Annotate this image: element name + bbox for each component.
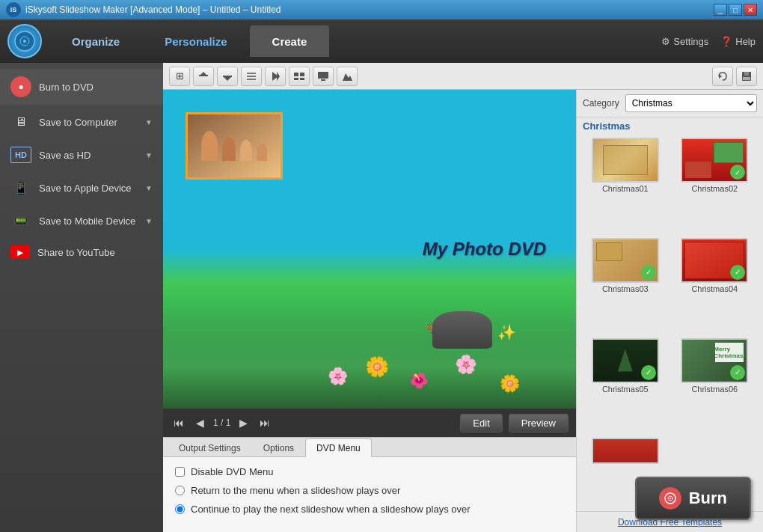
return-menu-radio[interactable]: [175, 486, 185, 495]
svg-point-2: [23, 40, 26, 43]
tab-organize[interactable]: Organize: [49, 25, 142, 57]
toolbar-btn-8[interactable]: [337, 67, 358, 86]
category-label: Category: [583, 98, 619, 108]
template-badge-christmas03: ✓: [641, 265, 656, 280]
toolbar-btn-6[interactable]: [289, 67, 310, 86]
window-title: iSkysoft Slideshow Maker [Advanced Mode]…: [25, 4, 714, 15]
tab-output-settings[interactable]: Output Settings: [168, 438, 252, 457]
template-item-christmas02[interactable]: ✓ Christmas02: [672, 138, 758, 233]
skip-forward-button[interactable]: ⏭: [257, 415, 273, 430]
sidebar-item-save-computer[interactable]: 🖥 Save to Computer ▼: [0, 106, 163, 138]
template-thumb-christmas01: [592, 138, 659, 183]
sidebar-item-burn-dvd[interactable]: ● Burn to DVD: [0, 69, 163, 105]
nav-area: Organize Personalize Create ⚙ Settings ❓…: [0, 19, 763, 63]
arrow-icon-4: ▼: [145, 217, 153, 225]
svg-rect-15: [300, 78, 304, 80]
titlebar: iS iSkysoft Slideshow Maker [Advanced Mo…: [0, 0, 763, 19]
toolbar-right: [712, 67, 757, 86]
sidebar-item-share-youtube[interactable]: ▶ Share to YouTube: [0, 238, 163, 266]
sidebar-item-save-hd[interactable]: HD Save as HD ▼: [0, 139, 163, 171]
svg-rect-21: [743, 77, 750, 80]
toolbar-save-btn[interactable]: [736, 67, 757, 86]
template-item-christmas06[interactable]: MerryChristmas! ✓ Christmas06: [672, 338, 758, 434]
burn-area: Burn: [635, 477, 751, 520]
burn-button[interactable]: Burn: [635, 477, 751, 520]
bottom-tabs: Output Settings Options DVD Menu: [163, 438, 576, 457]
app-logo: [7, 24, 42, 58]
burn-button-icon: [659, 487, 681, 510]
preview-video: 🌸 🌼 🌺 🌸 🌼 🦋: [163, 90, 576, 409]
window-controls: _ □ ✕: [714, 4, 757, 16]
svg-marker-18: [719, 74, 722, 79]
skip-back-button[interactable]: ⏮: [171, 415, 187, 430]
toolbar-undo-btn[interactable]: [712, 67, 733, 86]
preview-ground: 🌸 🌼 🌺 🌸 🌼 🦋: [163, 304, 576, 409]
toolbar-btn-7[interactable]: [313, 67, 334, 86]
template-item-christmas01[interactable]: Christmas01: [583, 138, 668, 233]
template-item-christmas03[interactable]: ✓ Christmas03: [583, 238, 668, 334]
burn-dvd-icon: ●: [10, 76, 31, 97]
toolbar-btn-5[interactable]: [265, 67, 286, 86]
svg-rect-20: [744, 72, 749, 76]
nav-right: ⚙ Settings ❓ Help: [661, 36, 756, 47]
prev-button[interactable]: ◀: [193, 415, 207, 430]
toolbar-btn-1[interactable]: ⊞: [169, 67, 190, 86]
template-label-christmas04: Christmas04: [691, 284, 738, 293]
apple-icon: 📱: [10, 180, 31, 196]
sidebar-item-save-apple[interactable]: 📱 Save to Apple Device ▼: [0, 172, 163, 204]
tab-create[interactable]: Create: [250, 25, 330, 57]
template-badge-christmas06: ✓: [730, 365, 745, 380]
help-button[interactable]: ❓ Help: [720, 36, 756, 47]
template-item-christmas04[interactable]: ✓ Christmas04: [672, 238, 758, 334]
help-icon: ❓: [720, 36, 732, 47]
template-item-christmas05[interactable]: ✓ Christmas05: [583, 338, 668, 434]
svg-point-24: [669, 498, 671, 499]
disable-dvd-menu-checkbox[interactable]: [175, 467, 185, 477]
computer-icon: 🖥: [10, 114, 31, 130]
hd-icon: HD: [10, 147, 31, 163]
template-thumb-christmas04: ✓: [681, 238, 748, 283]
sidebar-item-save-mobile[interactable]: 📟 Save to Mobile Device ▼: [0, 205, 163, 236]
maximize-button[interactable]: □: [729, 4, 742, 16]
template-thumb-christmas07: [592, 438, 659, 464]
mobile-icon: 📟: [10, 213, 31, 229]
preview-button[interactable]: Preview: [509, 414, 569, 432]
content-area: ⊞: [163, 63, 763, 532]
svg-marker-11: [277, 72, 280, 81]
play-button[interactable]: ▶: [236, 415, 251, 430]
flower-5: 🌼: [500, 374, 520, 394]
tab-options[interactable]: Options: [252, 438, 305, 457]
app-logo-small: iS: [6, 2, 21, 17]
toolbar-btn-3[interactable]: [217, 67, 238, 86]
preview-title: My Photo DVD: [423, 239, 546, 260]
playback-controls: ⏮ ◀ 1 / 1 ▶ ⏭ Edit Preview: [163, 409, 576, 437]
svg-rect-12: [294, 73, 298, 76]
main-layout: ● Burn to DVD 🖥 Save to Computer ▼ HD Sa…: [0, 63, 763, 532]
svg-marker-6: [223, 76, 232, 81]
continue-play-label: Continue to play the next slideshow when…: [191, 504, 471, 515]
toolbar-btn-4[interactable]: [241, 67, 262, 86]
continue-play-row: Continue to play the next slideshow when…: [175, 504, 564, 515]
close-button[interactable]: ✕: [744, 4, 757, 16]
arrow-icon-3: ▼: [145, 184, 153, 192]
template-label-christmas06: Christmas06: [691, 385, 738, 394]
category-select[interactable]: Christmas: [625, 94, 757, 112]
tab-personalize[interactable]: Personalize: [142, 25, 249, 57]
svg-rect-17: [321, 79, 325, 81]
tab-dvd-menu[interactable]: DVD Menu: [305, 438, 372, 457]
preview-main: 🌸 🌼 🌺 🌸 🌼 🦋: [163, 90, 576, 532]
rock-decoration: [432, 311, 492, 349]
svg-rect-14: [294, 78, 298, 80]
template-badge-christmas05: ✓: [641, 365, 656, 380]
settings-button[interactable]: ⚙ Settings: [661, 36, 708, 47]
bottom-content: Disable DVD Menu Return to the menu when…: [163, 457, 576, 532]
preview-photo-thumb: [186, 112, 283, 180]
edit-button[interactable]: Edit: [460, 414, 502, 432]
continue-play-radio[interactable]: [175, 504, 185, 514]
youtube-icon: ▶: [10, 245, 30, 259]
template-thumb-christmas06: MerryChristmas! ✓: [681, 338, 748, 383]
bottom-tabs-area: Output Settings Options DVD Menu Disable…: [163, 437, 576, 532]
toolbar-btn-2[interactable]: [193, 67, 214, 86]
minimize-button[interactable]: _: [714, 4, 727, 16]
template-item-christmas07[interactable]: [583, 438, 668, 468]
